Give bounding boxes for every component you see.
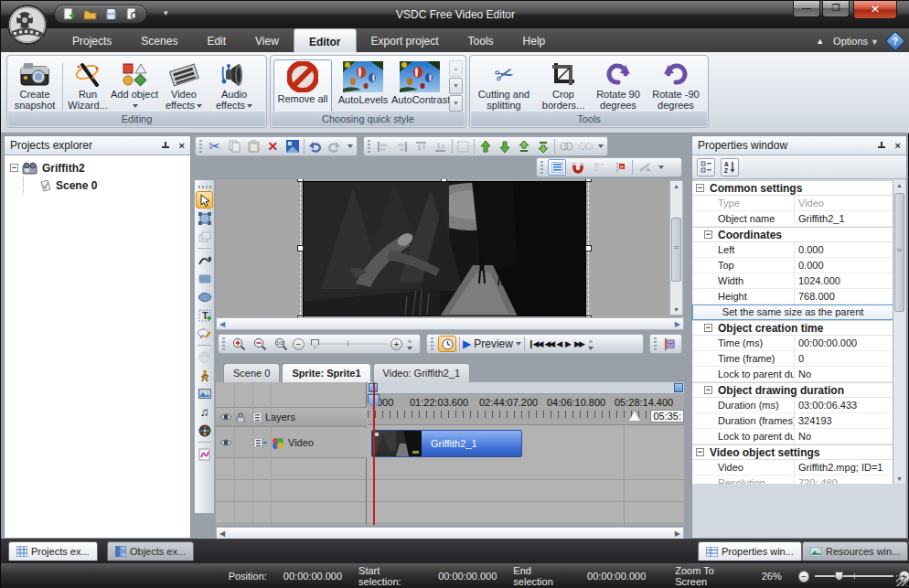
eye-icon[interactable] — [219, 412, 232, 422]
tab-properties-window[interactable]: Properties win... — [698, 541, 802, 561]
rewind-icon[interactable]: ◀◀ — [544, 339, 553, 348]
prop-row-height[interactable]: Height768.000 — [692, 289, 893, 305]
prop-row-lock-parent2[interactable]: Lock to parent duNo — [692, 429, 893, 444]
rotate-minus90-button[interactable]: Rotate -90 degrees — [647, 59, 704, 112]
save-project-icon[interactable] — [104, 7, 118, 21]
preview-dropdown-icon[interactable] — [516, 342, 521, 346]
scroll-up-icon[interactable]: ▲ — [449, 60, 463, 77]
tree-item-project[interactable]: − Griffith2 — [10, 159, 190, 176]
new-project-icon[interactable] — [62, 7, 76, 21]
scroll-left-icon[interactable]: ◀ — [219, 529, 225, 538]
text-tool[interactable]: T — [196, 306, 213, 324]
lock-icon[interactable] — [236, 412, 245, 422]
toolbar-grip[interactable] — [368, 140, 370, 153]
list-icon[interactable] — [253, 412, 262, 422]
ellipse-tool[interactable] — [196, 288, 213, 305]
magnet-icon[interactable] — [569, 159, 587, 176]
track-menu-icon[interactable] — [254, 438, 267, 448]
toolbar-overflow-icon[interactable] — [348, 144, 353, 148]
playhead-line[interactable] — [373, 382, 375, 525]
app-logo-icon[interactable] — [6, 4, 48, 46]
toolbar-grip[interactable] — [198, 186, 211, 188]
prop-row-duration-frames[interactable]: Duration (frames)324193 — [692, 413, 893, 429]
open-project-icon[interactable] — [83, 7, 97, 21]
prop-row-time-ms[interactable]: Time (ms)00:00:00.000 — [692, 336, 893, 351]
select-tool[interactable] — [196, 191, 213, 208]
video-track-row[interactable]: Video — [216, 428, 367, 458]
resize-handle[interactable] — [585, 245, 592, 251]
prop-group-creation-time[interactable]: −Object creation time — [692, 320, 893, 336]
collapse-icon[interactable]: − — [704, 386, 712, 394]
play-icon[interactable]: ▶ — [463, 337, 471, 350]
scroll-thumb[interactable] — [671, 218, 681, 282]
timeline-horizontal-scrollbar[interactable]: ◀ ▶ — [216, 527, 684, 540]
cut-icon[interactable]: ✂ — [207, 138, 223, 155]
prop-row-resolution[interactable]: Resolution720; 480 — [692, 476, 893, 484]
delete-icon[interactable]: ✕ — [264, 138, 281, 155]
toolbar-grip[interactable] — [199, 140, 202, 153]
prop-row-top[interactable]: Top0.000 — [692, 258, 893, 273]
chart-tool[interactable] — [196, 445, 213, 463]
prop-group-coordinates[interactable]: −Coordinates — [692, 227, 893, 242]
qat-customize-chevron-icon[interactable]: ▾ — [164, 8, 168, 17]
bring-front-icon[interactable] — [516, 138, 532, 155]
scroll-up-icon[interactable]: ▲ — [670, 181, 682, 189]
properties-toggle-icon[interactable] — [283, 138, 300, 155]
step-forward-icon[interactable]: ▶ — [565, 339, 572, 348]
move-down-icon[interactable] — [497, 138, 513, 155]
scroll-down-icon[interactable]: ▼ — [670, 306, 682, 313]
audio-tool[interactable]: ♫ — [196, 403, 213, 421]
knife-icon[interactable] — [636, 159, 654, 176]
resize-grip[interactable] — [896, 575, 907, 586]
rectangle-tool[interactable] — [196, 270, 213, 287]
sprite-tool[interactable] — [196, 348, 213, 366]
tab-resources-window[interactable]: Resources win... — [802, 541, 908, 561]
insert-marker-icon[interactable] — [661, 336, 678, 352]
categorized-view-icon[interactable] — [697, 158, 715, 176]
autocontrast-button[interactable]: AutoContrast — [391, 59, 448, 114]
marker-icon[interactable]: P — [611, 159, 629, 176]
tab-sprite1[interactable]: Sprite: Sprite1 — [282, 363, 370, 382]
zoom-slider[interactable] — [307, 343, 388, 345]
prop-row-width[interactable]: Width1024.000 — [692, 273, 893, 289]
preview-horizontal-scrollbar[interactable]: ◀ ▶ — [216, 317, 684, 330]
menu-view[interactable]: View — [241, 28, 294, 52]
set-same-size-button[interactable]: Set the same size as the parent — [692, 305, 893, 320]
options-menu[interactable]: Options ▼ — [833, 36, 879, 47]
redo-icon[interactable] — [326, 138, 343, 155]
fast-forward-icon[interactable]: ▶▶ — [574, 339, 583, 348]
align-right-icon[interactable] — [394, 138, 411, 155]
scroll-right-icon[interactable]: ▶ — [675, 320, 680, 328]
prop-group-common[interactable]: −Common settings — [692, 180, 893, 196]
step-back-icon[interactable]: ◀ — [556, 339, 562, 348]
cutting-splitting-button[interactable]: ✂ Cutting and splitting — [474, 59, 534, 112]
prop-row-type[interactable]: TypeVideo — [692, 196, 893, 211]
scroll-down-icon[interactable]: ▼ — [893, 476, 905, 482]
preview-vertical-scrollbar[interactable]: ▲ ▼ — [669, 180, 683, 315]
zoom-slider-minus[interactable]: − — [293, 338, 305, 350]
menu-edit[interactable]: Edit — [192, 28, 241, 52]
properties-scrollbar[interactable]: ▲ ▼ — [893, 180, 905, 484]
transform-tool[interactable] — [196, 209, 213, 227]
export-preview-icon[interactable] — [125, 7, 139, 21]
tree-item-scene[interactable]: Scene 0 — [10, 176, 190, 194]
scroll-more-icon[interactable]: ▼ — [449, 95, 463, 112]
scene-preview-area[interactable]: ▲ ▼ ◀ ▶ — [216, 179, 684, 330]
ribbon-collapse-icon[interactable]: ▲ — [816, 37, 824, 46]
collapse-icon[interactable]: − — [696, 184, 704, 192]
menu-tools[interactable]: Tools — [454, 28, 508, 52]
prop-row-video[interactable]: VideoGriffith2.mpg; ID=1 — [692, 460, 893, 476]
toolbar-grip[interactable] — [431, 337, 433, 350]
create-snapshot-button[interactable]: Create snapshot — [9, 59, 60, 112]
copy-icon[interactable] — [226, 138, 242, 155]
collapse-icon[interactable]: − — [704, 230, 712, 239]
zoom-100-icon[interactable]: 100 — [272, 336, 290, 352]
zoom-out-icon[interactable] — [251, 336, 269, 352]
preview-button[interactable]: Preview — [474, 337, 513, 350]
tab-scene0[interactable]: Scene 0 — [223, 363, 280, 382]
end-marker-triangle-icon[interactable] — [629, 412, 640, 421]
video-tool[interactable] — [196, 422, 213, 439]
tab-objects-explorer[interactable]: Objects ex... — [107, 541, 194, 561]
prop-row-lock-parent[interactable]: Lock to parent duNo — [692, 367, 893, 382]
move-up-icon[interactable] — [477, 138, 494, 155]
